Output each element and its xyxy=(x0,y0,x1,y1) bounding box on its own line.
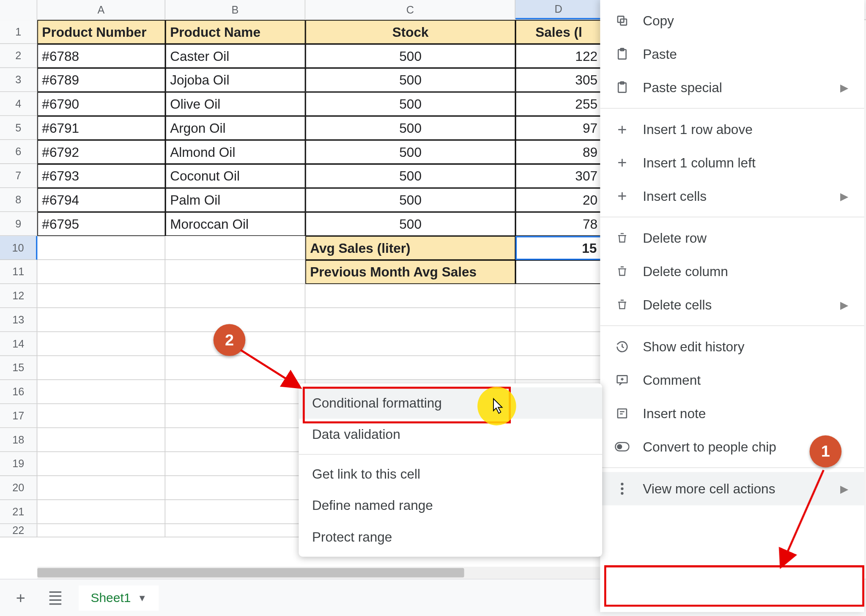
cell-D6[interactable]: 89 xyxy=(515,140,602,164)
row-header-21[interactable]: 21 xyxy=(0,500,37,524)
all-sheets-button[interactable] xyxy=(44,586,67,609)
cell-D14[interactable] xyxy=(515,332,602,356)
cell-B4[interactable]: Olive Oil xyxy=(165,92,305,116)
row-header-18[interactable]: 18 xyxy=(0,428,37,452)
cell-A13[interactable] xyxy=(37,308,165,332)
cell-avg-sales-label[interactable]: Avg Sales (liter) xyxy=(305,236,515,260)
cell-A20[interactable] xyxy=(37,476,165,500)
cell-D5[interactable]: 97 xyxy=(515,116,602,140)
row-header-8[interactable]: 8 xyxy=(0,188,37,212)
cell-D11[interactable] xyxy=(515,260,602,284)
row-header-4[interactable]: 4 xyxy=(0,92,37,116)
header-sales[interactable]: Sales (l xyxy=(515,20,602,44)
cell-B7[interactable]: Coconut Oil xyxy=(165,164,305,188)
cell-C3[interactable]: 500 xyxy=(305,68,515,92)
header-stock[interactable]: Stock xyxy=(305,20,515,44)
row-header-19[interactable]: 19 xyxy=(0,452,37,476)
cell-D8[interactable]: 20 xyxy=(515,188,602,212)
cell-B18[interactable] xyxy=(165,428,305,452)
cell-A4[interactable]: #6790 xyxy=(37,92,165,116)
cell-B22[interactable] xyxy=(165,524,305,538)
cell-A14[interactable] xyxy=(37,332,165,356)
scrollbar-thumb[interactable] xyxy=(37,568,464,578)
cell-B2[interactable]: Caster Oil xyxy=(165,44,305,68)
sheet-tab-sheet1[interactable]: Sheet1▼ xyxy=(79,585,159,611)
submenu-data-validation[interactable]: Data validation xyxy=(299,419,602,450)
cell-prev-avg-label[interactable]: Previous Month Avg Sales xyxy=(305,260,515,284)
submenu-named-range[interactable]: Define named range xyxy=(299,490,602,521)
cell-C6[interactable]: 500 xyxy=(305,140,515,164)
cell-C4[interactable]: 500 xyxy=(305,92,515,116)
cell-A5[interactable]: #6791 xyxy=(37,116,165,140)
row-header-20[interactable]: 20 xyxy=(0,476,37,500)
cell-B16[interactable] xyxy=(165,380,305,404)
cell-B19[interactable] xyxy=(165,452,305,476)
select-all-corner[interactable] xyxy=(0,0,37,20)
menu-delete-cells[interactable]: Delete cells▶ xyxy=(600,288,864,321)
cell-D7[interactable]: 307 xyxy=(515,164,602,188)
row-header-1[interactable]: 1 xyxy=(0,20,37,44)
cell-A15[interactable] xyxy=(37,356,165,380)
cell-B8[interactable]: Palm Oil xyxy=(165,188,305,212)
cell-A8[interactable]: #6794 xyxy=(37,188,165,212)
cell-B21[interactable] xyxy=(165,500,305,524)
row-header-13[interactable]: 13 xyxy=(0,308,37,332)
cell-A7[interactable]: #6793 xyxy=(37,164,165,188)
row-header-11[interactable]: 11 xyxy=(0,260,37,284)
cell-A17[interactable] xyxy=(37,404,165,428)
cell-D4[interactable]: 255 xyxy=(515,92,602,116)
menu-view-more-actions[interactable]: View more cell actions▶ xyxy=(600,472,864,506)
cell-C12[interactable] xyxy=(305,284,515,308)
row-header-12[interactable]: 12 xyxy=(0,284,37,308)
cell-C2[interactable]: 500 xyxy=(305,44,515,68)
cell-A18[interactable] xyxy=(37,428,165,452)
cell-A22[interactable] xyxy=(37,524,165,538)
row-header-7[interactable]: 7 xyxy=(0,164,37,188)
cell-C13[interactable] xyxy=(305,308,515,332)
cell-C7[interactable]: 500 xyxy=(305,164,515,188)
row-header-17[interactable]: 17 xyxy=(0,404,37,428)
cell-B6[interactable]: Almond Oil xyxy=(165,140,305,164)
cell-B15[interactable] xyxy=(165,356,305,380)
cell-A12[interactable] xyxy=(37,284,165,308)
cell-B9[interactable]: Moroccan Oil xyxy=(165,212,305,236)
menu-comment[interactable]: Comment xyxy=(600,363,864,397)
cell-B17[interactable] xyxy=(165,404,305,428)
cell-C9[interactable]: 500 xyxy=(305,212,515,236)
cell-A10[interactable] xyxy=(37,236,165,260)
cell-A21[interactable] xyxy=(37,500,165,524)
submenu-get-link[interactable]: Get link to this cell xyxy=(299,459,602,490)
row-header-2[interactable]: 2 xyxy=(0,44,37,68)
cell-A19[interactable] xyxy=(37,452,165,476)
menu-copy[interactable]: Copy xyxy=(600,4,864,37)
cell-A6[interactable]: #6792 xyxy=(37,140,165,164)
row-header-15[interactable]: 15 xyxy=(0,356,37,380)
col-header-C[interactable]: C xyxy=(305,0,515,19)
cell-B10[interactable] xyxy=(165,236,305,260)
cell-D2[interactable]: 122 xyxy=(515,44,602,68)
row-header-6[interactable]: 6 xyxy=(0,140,37,164)
cell-C5[interactable]: 500 xyxy=(305,116,515,140)
menu-insert-cells[interactable]: Insert cells▶ xyxy=(600,179,864,213)
cell-A2[interactable]: #6788 xyxy=(37,44,165,68)
cell-B20[interactable] xyxy=(165,476,305,500)
cell-A11[interactable] xyxy=(37,260,165,284)
menu-show-history[interactable]: Show edit history xyxy=(600,330,864,364)
menu-insert-column[interactable]: Insert 1 column left xyxy=(600,146,864,179)
cell-C14[interactable] xyxy=(305,332,515,356)
cell-D9[interactable]: 78 xyxy=(515,212,602,236)
cell-B5[interactable]: Argon Oil xyxy=(165,116,305,140)
cell-C15[interactable] xyxy=(305,356,515,380)
header-product-name[interactable]: Product Name xyxy=(165,20,305,44)
submenu-conditional-formatting[interactable]: Conditional formatting xyxy=(299,387,602,419)
row-header-16[interactable]: 16 xyxy=(0,380,37,404)
cell-avg-sales-value[interactable]: 15 xyxy=(515,236,602,260)
col-header-A[interactable]: A xyxy=(37,0,165,19)
row-header-14[interactable]: 14 xyxy=(0,332,37,356)
col-header-B[interactable]: B xyxy=(165,0,305,19)
menu-insert-note[interactable]: Insert note xyxy=(600,397,864,430)
cell-A9[interactable]: #6795 xyxy=(37,212,165,236)
cell-B12[interactable] xyxy=(165,284,305,308)
submenu-protect-range[interactable]: Protect range xyxy=(299,521,602,553)
menu-delete-row[interactable]: Delete row xyxy=(600,222,864,255)
